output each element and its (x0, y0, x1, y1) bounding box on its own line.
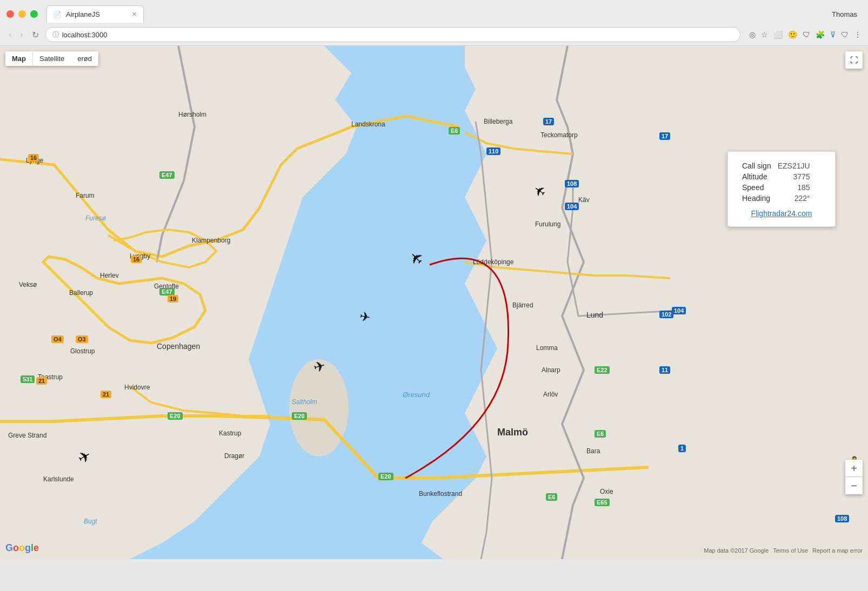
map-container[interactable]: Map Satellite erød ⛶ Hørsholm Lynge Faru… (0, 46, 868, 559)
altitude-label: Altitude (739, 171, 774, 182)
map-attribution: Map data ©2017 Google Terms of Use Repor… (704, 547, 863, 554)
zoom-controls: + − (845, 460, 863, 494)
tab-title: AirplaneJS (66, 10, 100, 18)
shield-icon[interactable]: 🛡 (803, 30, 810, 39)
call-sign-value: EZS21JU (774, 160, 813, 171)
fullscreen-button[interactable]: ⛶ (845, 51, 863, 69)
call-sign-label: Call sign (739, 160, 774, 171)
terms-link[interactable]: Terms of Use (773, 547, 808, 554)
zoom-in-button[interactable]: + (845, 460, 863, 477)
location-icon[interactable]: ◎ (749, 30, 756, 39)
report-link[interactable]: Report a map error (812, 547, 863, 554)
cast-icon[interactable]: ⬜ (773, 30, 783, 39)
fullscreen-icon: ⛶ (850, 56, 858, 64)
url-text: localhost:3000 (62, 31, 733, 39)
browser-chrome: 📄 AirplaneJS ✕ Thomas ‹ › ↻ ⓘ localhost:… (0, 0, 868, 46)
tab-favicon-icon: 📄 (54, 11, 62, 18)
browser-toolbar: ‹ › ↻ ⓘ localhost:3000 ◎ ☆ ⬜ 🙂 🛡 🧩 ⊽ 🛡 ⋮ (0, 24, 868, 45)
url-bar[interactable]: ⓘ localhost:3000 (45, 27, 740, 42)
toolbar-icons: ◎ ☆ ⬜ 🙂 🛡 🧩 ⊽ 🛡 ⋮ (749, 30, 862, 39)
speed-label: Speed (739, 182, 774, 193)
maximize-button[interactable] (30, 10, 38, 18)
browser-tab[interactable]: 📄 AirplaneJS ✕ (46, 5, 144, 23)
minimize-button[interactable] (18, 10, 26, 18)
close-button[interactable] (6, 10, 14, 18)
menu-icon[interactable]: ⋮ (854, 30, 862, 39)
zoom-out-button[interactable]: − (845, 477, 863, 494)
star-icon[interactable]: ☆ (761, 30, 768, 39)
emoji-icon[interactable]: 🙂 (788, 30, 797, 39)
altitude-value: 3775 (774, 171, 813, 182)
back-button[interactable]: ‹ (6, 28, 14, 42)
title-bar: 📄 AirplaneJS ✕ Thomas (0, 0, 868, 24)
vpn-icon[interactable]: 🛡 (841, 30, 849, 39)
map-type-control: Map Satellite erød (5, 51, 98, 66)
funnel-icon[interactable]: ⊽ (830, 30, 836, 39)
puzzle-icon[interactable]: 🧩 (816, 30, 825, 39)
tab-close-icon[interactable]: ✕ (132, 11, 137, 18)
window-controls (6, 10, 38, 18)
flightradar-link[interactable]: Flightradar24.com (739, 209, 824, 218)
map-background (0, 46, 868, 559)
map-type-map-button[interactable]: Map (5, 51, 33, 66)
heading-label: Heading (739, 193, 774, 204)
forward-button[interactable]: › (18, 28, 25, 42)
tab-bar: 📄 AirplaneJS ✕ (46, 5, 832, 23)
map-data-text: Map data ©2017 Google (704, 547, 769, 554)
map-type-satellite-button[interactable]: Satellite (33, 51, 71, 66)
flight-info-popup: Call sign EZS21JU Altitude 3775 Speed 18… (727, 151, 836, 227)
speed-value: 185 (774, 182, 813, 193)
google-logo: Google (5, 542, 39, 554)
map-type-erode-button[interactable]: erød (71, 51, 98, 66)
refresh-button[interactable]: ↻ (30, 28, 41, 42)
heading-value: 222° (774, 193, 813, 204)
user-name: Thomas (832, 10, 862, 18)
